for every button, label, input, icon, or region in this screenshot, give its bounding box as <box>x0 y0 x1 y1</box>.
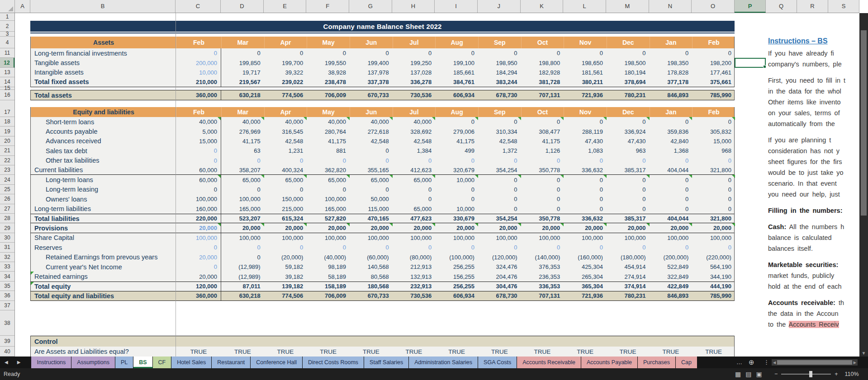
value-cell[interactable]: 0 <box>350 185 393 194</box>
value-cell[interactable]: 20,000 <box>176 253 221 262</box>
value-cell[interactable]: 279,006 <box>435 127 478 136</box>
row-header-32[interactable]: 32 <box>0 253 14 262</box>
value-cell[interactable]: 0 <box>221 243 264 252</box>
value-cell[interactable]: 65,000 <box>307 175 350 184</box>
value-cell[interactable]: 236,353 <box>521 272 564 281</box>
value-cell[interactable]: 630,218 <box>221 90 264 100</box>
value-cell[interactable]: 375,661 <box>692 77 735 86</box>
value-cell[interactable]: 780,231 <box>607 291 650 300</box>
row-header-11[interactable]: 11 <box>0 48 14 58</box>
value-cell[interactable]: 354,254 <box>478 214 521 223</box>
scroll-down-arrow-icon[interactable]: ▼ <box>859 351 868 356</box>
value-cell[interactable]: 0 <box>521 156 564 165</box>
value-cell[interactable]: 377,178 <box>650 77 693 86</box>
value-cell[interactable]: 40,000 <box>264 117 307 127</box>
value-cell[interactable]: 381,728 <box>521 77 564 86</box>
value-cell[interactable]: 0 <box>264 243 307 252</box>
value-cell[interactable]: TRUE <box>650 347 693 357</box>
value-cell[interactable]: 0 <box>393 194 436 204</box>
value-cell[interactable]: 678,730 <box>478 291 521 300</box>
month-header-cell[interactable]: Jul <box>393 37 436 48</box>
value-cell[interactable]: 1,372 <box>478 146 521 155</box>
row-header-35[interactable]: 35 <box>0 281 14 291</box>
value-cell[interactable]: 730,536 <box>393 90 436 100</box>
value-cell[interactable]: 0 <box>221 185 264 194</box>
row-header-17[interactable]: 17 <box>0 107 14 117</box>
value-cell[interactable]: 100,000 <box>221 233 264 243</box>
value-cell[interactable]: 1,126 <box>521 146 564 155</box>
value-cell[interactable]: 0 <box>478 156 521 165</box>
month-header-cell[interactable]: Jun <box>350 107 393 117</box>
value-cell[interactable]: 20,000 <box>221 223 264 232</box>
column-header-M[interactable]: M <box>606 0 649 13</box>
row-header-12[interactable]: 12 <box>0 58 14 67</box>
value-cell[interactable]: 42,548 <box>350 136 393 146</box>
value-cell[interactable]: 0 <box>607 204 650 214</box>
value-cell[interactable]: 181,561 <box>564 68 607 77</box>
select-all-button[interactable] <box>0 0 15 13</box>
value-cell[interactable]: 354,254 <box>478 165 521 174</box>
value-cell[interactable]: 204,476 <box>478 272 521 281</box>
value-cell[interactable]: 0 <box>650 117 693 127</box>
value-cell[interactable]: 47,430 <box>607 136 650 146</box>
value-cell[interactable]: 0 <box>307 156 350 165</box>
value-cell[interactable]: TRUE <box>521 347 564 357</box>
value-cell[interactable]: 670,733 <box>350 291 393 300</box>
value-cell[interactable]: 0 <box>221 48 264 58</box>
month-header-cell[interactable]: Oct <box>521 107 564 117</box>
value-cell[interactable]: 336,632 <box>564 165 607 174</box>
value-cell[interactable]: 721,936 <box>564 291 607 300</box>
row-label[interactable]: Total fixed assets <box>31 77 176 86</box>
value-cell[interactable]: TRUE <box>564 347 607 357</box>
month-header-cell[interactable]: Apr <box>264 107 307 117</box>
row-label[interactable]: Equity and liabilities <box>31 107 176 117</box>
row-label[interactable]: Other tax liabilities <box>31 156 176 165</box>
value-cell[interactable]: 780,231 <box>607 90 650 100</box>
value-cell[interactable]: 198,800 <box>521 58 564 67</box>
row-label[interactable]: Long-term financial investments <box>31 48 176 58</box>
row-header-16[interactable]: 16 <box>0 90 14 100</box>
value-cell[interactable]: 321,800 <box>692 214 735 223</box>
sheet-tab-pl[interactable]: PL <box>115 357 133 368</box>
month-header-cell[interactable]: May <box>307 107 350 117</box>
value-cell[interactable]: 706,009 <box>307 291 350 300</box>
value-cell[interactable]: 0 <box>521 117 564 127</box>
value-cell[interactable]: 256,255 <box>435 282 478 291</box>
month-header-cell[interactable]: Feb <box>176 107 221 117</box>
value-cell[interactable]: 0 <box>564 175 607 184</box>
value-cell[interactable]: 630,218 <box>221 291 264 300</box>
column-header-K[interactable]: K <box>521 0 564 13</box>
value-cell[interactable]: 100,000 <box>478 233 521 243</box>
value-cell[interactable]: 210,000 <box>176 77 221 86</box>
value-cell[interactable]: TRUE <box>478 347 521 357</box>
row-label[interactable]: Tangible assets <box>31 58 176 67</box>
month-header-cell[interactable]: Oct <box>521 37 564 48</box>
value-cell[interactable]: 412,623 <box>393 165 436 174</box>
row-header-33[interactable]: 33 <box>0 262 14 272</box>
value-cell[interactable]: 58,189 <box>307 272 350 281</box>
value-cell[interactable]: 180,194 <box>607 68 650 77</box>
row-header-29[interactable]: 29 <box>0 223 14 233</box>
value-cell[interactable]: 0 <box>435 156 478 165</box>
value-cell[interactable]: 383,244 <box>478 77 521 86</box>
sheet-tab-purchases[interactable]: Purchases <box>638 357 676 368</box>
value-cell[interactable]: 310,334 <box>478 127 521 136</box>
value-cell[interactable]: 425,304 <box>564 262 607 272</box>
value-cell[interactable]: 100,000 <box>350 233 393 243</box>
value-cell[interactable]: 350,778 <box>521 214 564 223</box>
zoom-slider-thumb[interactable] <box>809 371 812 377</box>
value-cell[interactable]: 199,250 <box>393 58 436 67</box>
value-cell[interactable]: 220,000 <box>176 214 221 223</box>
value-cell[interactable]: 1,083 <box>564 146 607 155</box>
value-cell[interactable]: 10,000 <box>176 68 221 77</box>
value-cell[interactable]: 0 <box>650 175 693 184</box>
value-cell[interactable]: (160,000) <box>564 253 607 262</box>
value-cell[interactable]: 156,255 <box>435 272 478 281</box>
value-cell[interactable]: 376,353 <box>521 262 564 272</box>
row-header-39[interactable]: 39 <box>0 336 14 347</box>
value-cell[interactable]: 304,476 <box>478 282 521 291</box>
value-cell[interactable]: TRUE <box>435 347 478 357</box>
value-cell[interactable]: 360,000 <box>176 90 221 100</box>
value-cell[interactable]: 10,000 <box>435 204 478 214</box>
row-header-36[interactable]: 36 <box>0 291 14 300</box>
